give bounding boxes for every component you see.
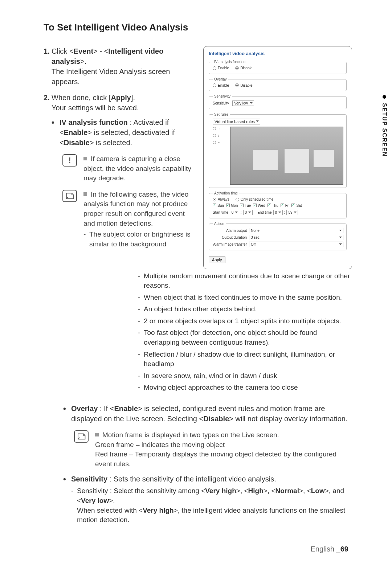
- enable-label: Enable: [64, 128, 88, 136]
- enable-radio[interactable]: Enable: [213, 66, 229, 70]
- text: > will not display overlay information.: [229, 415, 347, 423]
- output-duration-label: Output duration: [213, 235, 249, 239]
- limit-item: Too fast object (for detection, one obje…: [138, 328, 352, 347]
- vl-label: Very low: [81, 497, 109, 504]
- limit-item: An object hides other objects behind.: [138, 304, 352, 314]
- step2-desc: Your settings will be saved.: [52, 104, 139, 112]
- sensitivity-label: Sensitivity: [213, 101, 230, 105]
- alarm-output-select[interactable]: None: [249, 228, 343, 233]
- radio-label: Disable: [240, 83, 252, 87]
- overlay-bullet: Overlay : If <Enable> is selected, confi…: [63, 403, 352, 424]
- radio-label: Enable: [218, 66, 229, 70]
- output-duration-select[interactable]: 3 sec: [249, 235, 343, 240]
- text: When selected with <: [77, 507, 143, 514]
- arrow-icon: →: [217, 127, 221, 131]
- vh-label: Very high: [143, 507, 174, 514]
- text: : If <: [98, 405, 114, 413]
- l-label: Low: [311, 487, 325, 495]
- disable-radio[interactable]: Disable: [235, 83, 252, 87]
- limit-item: Moving object approaches to the camera t…: [138, 383, 352, 393]
- limit-intro: In the following cases, the video analys…: [83, 190, 188, 227]
- start-hour-select[interactable]: 0: [230, 210, 239, 215]
- alarm-image-transfer-label: Alarm image transfer: [213, 242, 249, 246]
- scheduled-radio[interactable]: Only scheduled time: [236, 197, 274, 201]
- alarm-image-transfer-select[interactable]: Off: [249, 242, 343, 247]
- disable-label: Disable: [64, 139, 90, 147]
- note-line: Motion frame is displayed in two types o…: [102, 431, 279, 439]
- limitation-note: In the following cases, the video analys…: [83, 190, 192, 251]
- iv-function-group: IV analysis function Enable Disable: [209, 60, 347, 74]
- panel-title: Intelligent video analysis: [209, 51, 347, 56]
- text: > is selected.: [90, 139, 132, 147]
- always-radio[interactable]: Always: [213, 197, 229, 201]
- text: >, <: [299, 487, 311, 495]
- day-thu[interactable]: Thu: [268, 204, 278, 208]
- n-label: Normal: [275, 487, 299, 495]
- note-icon: [62, 190, 77, 202]
- colon: :: [284, 210, 285, 214]
- rule-option-1[interactable]: →: [213, 127, 227, 131]
- limit-item: When object that is fixed continues to m…: [138, 293, 352, 303]
- apply-button[interactable]: Apply: [209, 257, 225, 263]
- day-sun[interactable]: Sun: [213, 204, 224, 208]
- sensitivity-bullet: Sensitivity : Sets the sensitivity of th…: [63, 474, 352, 525]
- text: Click <: [52, 47, 74, 55]
- sensitivity-select[interactable]: Very low: [232, 101, 254, 106]
- radio-label: Always: [218, 197, 229, 201]
- text: > - <: [93, 47, 108, 55]
- day-tue[interactable]: Tue: [240, 204, 251, 208]
- text: >, <: [236, 487, 248, 495]
- day-mon[interactable]: Mon: [226, 204, 238, 208]
- day-wed[interactable]: Wed: [253, 204, 265, 208]
- sensitivity-group: Sensitivity SensitivityVery low: [209, 94, 347, 109]
- text: ].: [131, 94, 135, 102]
- event-label: Event: [74, 47, 93, 55]
- arrow-icon: ↔: [217, 140, 221, 144]
- group-legend: Sensitivity: [213, 94, 232, 98]
- sensitivity-label: Sensitivity: [71, 475, 107, 483]
- end-hour-select[interactable]: 0: [273, 210, 283, 215]
- rule-option-3[interactable]: ↔: [213, 140, 227, 144]
- set-rules-group: Set rules Virtual line based rules → ↓ ↔: [209, 112, 347, 188]
- vh-label: Very high: [205, 487, 236, 495]
- enable-label: Enable: [114, 405, 138, 413]
- text: : Sets the sensitivity of the intelligen…: [107, 475, 276, 483]
- text: When done, click [: [52, 94, 111, 102]
- day-sat[interactable]: Sat: [291, 204, 302, 208]
- step1-desc: The Intelligent Video Analysis screen ap…: [52, 67, 170, 86]
- text: >, <: [264, 487, 275, 495]
- day-fri[interactable]: Fri: [281, 204, 290, 208]
- disable-radio[interactable]: Disable: [235, 66, 252, 70]
- day-label: Mon: [231, 204, 238, 208]
- start-min-select[interactable]: 0: [243, 210, 253, 215]
- limit-item: Reflection / blur / shadow due to direct…: [138, 350, 352, 369]
- start-time-label: Start time: [213, 210, 228, 214]
- end-time-label: End time: [257, 210, 271, 214]
- radio-label: Only scheduled time: [241, 197, 274, 201]
- text: Sensitivity : Select the sensitivity amo…: [77, 487, 205, 495]
- warning-text: If camera is capturing a close object, t…: [83, 155, 191, 182]
- limit-item: 2 or more objects overlaps or 1 object s…: [138, 316, 352, 326]
- rule-option-2[interactable]: ↓: [213, 134, 227, 138]
- text: >.: [80, 57, 86, 65]
- day-label: Thu: [272, 204, 278, 208]
- arrow-icon: ↓: [217, 134, 219, 138]
- page-footer: English _69: [310, 545, 348, 553]
- colon: :: [241, 210, 242, 214]
- overlay-note: Motion frame is displayed in two types o…: [95, 430, 352, 469]
- day-label: Fri: [285, 204, 290, 208]
- radio-label: Enable: [218, 83, 229, 87]
- enable-radio[interactable]: Enable: [213, 83, 229, 87]
- overlay-group: Overlay Enable Disable: [209, 77, 347, 91]
- group-legend: IV analysis function: [213, 60, 247, 64]
- bullet-icon: [383, 95, 386, 99]
- day-label: Wed: [258, 204, 265, 208]
- rules-select[interactable]: Virtual line based rules: [213, 119, 260, 124]
- video-preview: [230, 127, 343, 185]
- limit-item: In severe snow, rain, wind or in dawn / …: [138, 371, 352, 381]
- section-side-tab: SETUP SCREEN: [377, 95, 392, 157]
- iv-func-label: IV analysis function: [60, 118, 128, 126]
- note-line: Red frame – Temporarily displays the mov…: [95, 450, 336, 468]
- end-min-select[interactable]: 59: [286, 210, 298, 215]
- page-heading: To Set Intelligent Video Analysis: [44, 22, 352, 33]
